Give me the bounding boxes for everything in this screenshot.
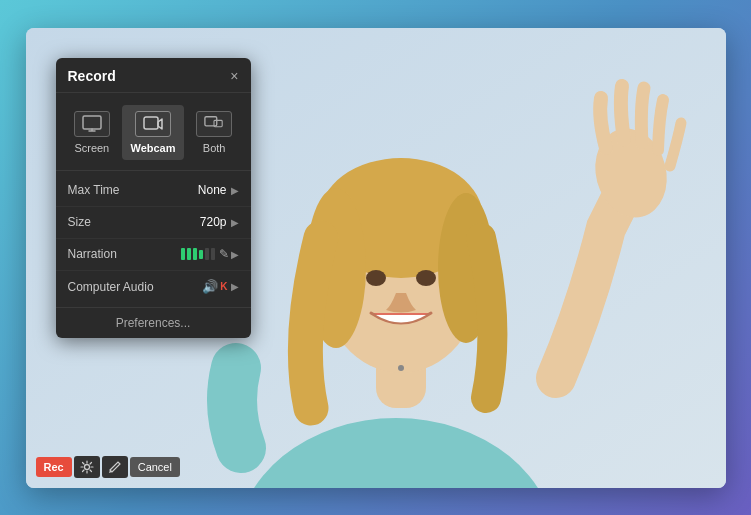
preferences-row[interactable]: Preferences...	[56, 307, 251, 338]
mode-both-button[interactable]: Both	[188, 105, 240, 160]
svg-point-8	[416, 270, 436, 286]
main-frame: Record × Screen	[26, 28, 726, 488]
svg-rect-12	[144, 117, 158, 129]
bar-3	[193, 248, 197, 260]
webcam-icon	[143, 115, 163, 133]
size-value: 720p	[200, 215, 227, 229]
edit-button[interactable]	[102, 456, 128, 478]
bar-4	[199, 250, 203, 259]
webcam-icon-box	[135, 111, 171, 137]
audio-speaker-icon: 🔊	[202, 279, 218, 294]
settings-button[interactable]	[74, 456, 100, 478]
max-time-label: Max Time	[68, 183, 198, 197]
narration-label: Narration	[68, 247, 181, 261]
gear-icon	[80, 460, 94, 474]
settings-area: Max Time None ▶ Size 720p ▶ Narration	[56, 171, 251, 307]
pencil-icon	[108, 460, 122, 474]
both-icon	[204, 115, 224, 133]
close-button[interactable]: ×	[230, 69, 238, 83]
screen-icon-box	[74, 111, 110, 137]
bar-5	[205, 248, 209, 260]
svg-point-7	[366, 270, 386, 286]
size-arrow[interactable]: ▶	[231, 217, 239, 228]
panel-header: Record ×	[56, 58, 251, 93]
mode-row: Screen Webcam Both	[56, 93, 251, 171]
screen-label: Screen	[74, 142, 109, 154]
bottom-toolbar: Rec Cancel	[36, 456, 180, 478]
preferences-label: Preferences...	[116, 316, 191, 330]
svg-rect-11	[83, 116, 101, 129]
narration-edit-icon[interactable]: ✎	[219, 247, 229, 261]
screen-icon	[82, 115, 102, 133]
narration-arrow[interactable]: ▶	[231, 249, 239, 260]
both-icon-box	[196, 111, 232, 137]
bar-1	[181, 248, 185, 260]
cancel-button[interactable]: Cancel	[130, 457, 180, 477]
computer-audio-arrow[interactable]: ▶	[231, 281, 239, 292]
svg-rect-13	[205, 116, 217, 125]
computer-audio-label: Computer Audio	[68, 280, 203, 294]
rec-button[interactable]: Rec	[36, 457, 72, 477]
panel-title: Record	[68, 68, 116, 84]
svg-point-15	[84, 464, 89, 469]
mode-webcam-button[interactable]: Webcam	[122, 105, 183, 160]
bar-2	[187, 248, 191, 260]
audio-muted-icon: K	[220, 281, 227, 292]
record-panel: Record × Screen	[56, 58, 251, 338]
svg-point-10	[398, 365, 404, 371]
max-time-row: Max Time None ▶	[56, 175, 251, 207]
narration-row: Narration ✎ ▶	[56, 239, 251, 271]
max-time-value: None	[198, 183, 227, 197]
computer-audio-row: Computer Audio 🔊 K ▶	[56, 271, 251, 303]
narration-bar	[181, 248, 215, 260]
mode-screen-button[interactable]: Screen	[66, 105, 118, 160]
max-time-arrow[interactable]: ▶	[231, 185, 239, 196]
size-label: Size	[68, 215, 200, 229]
webcam-label: Webcam	[130, 142, 175, 154]
bar-6	[211, 248, 215, 260]
size-row: Size 720p ▶	[56, 207, 251, 239]
both-label: Both	[203, 142, 226, 154]
